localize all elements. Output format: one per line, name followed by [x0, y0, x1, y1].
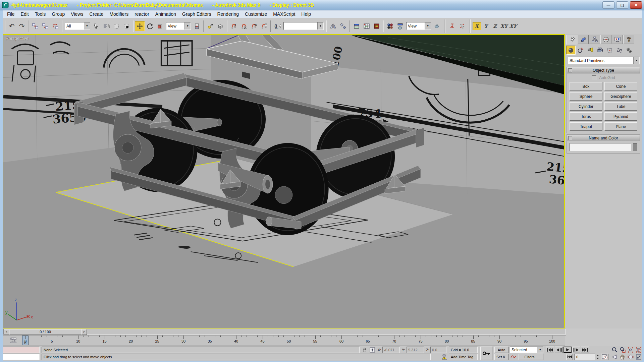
z-coord-field[interactable]: 0.0: [430, 347, 446, 353]
open-mini-curve-editor-icon[interactable]: [10, 337, 17, 344]
render-scene-dialog-button[interactable]: [395, 21, 405, 31]
viewport-scene[interactable]: 2150 3658: [3, 35, 564, 328]
zoom-extents-all-button[interactable]: [635, 347, 642, 353]
redo-button[interactable]: ↷: [17, 21, 27, 31]
chevron-down-icon[interactable]: ▼: [537, 347, 543, 353]
menu-item-animation[interactable]: Animation: [152, 11, 179, 17]
create-tube-button[interactable]: Tube: [604, 102, 637, 111]
selection-filter-dropdown[interactable]: All▼: [65, 22, 90, 30]
chevron-down-icon[interactable]: ▼: [317, 22, 323, 29]
menu-item-file[interactable]: File: [4, 11, 18, 17]
filters-button[interactable]: Filters...: [519, 354, 543, 360]
category-helpers-button[interactable]: [605, 46, 614, 55]
previous-frame-arrow[interactable]: <: [4, 329, 9, 335]
title-bar[interactable]: 4yd-Umbauwagen03.max - Project Folder: C…: [0, 0, 644, 10]
next-frame-arrow[interactable]: >: [81, 329, 87, 335]
reference-coordinate-system-dropdown[interactable]: View▼: [166, 22, 191, 30]
object-type-rollout-header[interactable]: _ Object Type: [567, 67, 640, 73]
array-flyout-button[interactable]: [457, 21, 467, 31]
go-to-end-button[interactable]: [581, 347, 589, 353]
play-button[interactable]: [564, 347, 572, 353]
time-slider-button[interactable]: 0 / 100: [9, 329, 81, 335]
maxscript-mini-listener-pink[interactable]: [3, 347, 40, 353]
tab-utilities[interactable]: [623, 35, 634, 44]
tab-hierarchy[interactable]: [589, 35, 600, 44]
add-time-tag[interactable]: Add Time Tag: [449, 354, 478, 360]
create-pyramid-button[interactable]: Pyramid: [604, 112, 637, 121]
close-button[interactable]: ✕: [630, 1, 642, 9]
spinner-snap-button[interactable]: [259, 21, 269, 31]
min-max-toggle-button[interactable]: [635, 354, 642, 360]
schematic-view-button[interactable]: [372, 21, 382, 31]
use-pivot-point-center-button[interactable]: [192, 21, 202, 31]
auto-key-button[interactable]: Auto: [494, 347, 508, 353]
field-of-view-button[interactable]: [610, 354, 618, 360]
create-box-button[interactable]: Box: [570, 82, 602, 90]
object-color-swatch[interactable]: [633, 143, 637, 151]
current-frame-field[interactable]: 0: [574, 354, 595, 360]
select-and-link-button[interactable]: [30, 21, 40, 31]
material-editor-button[interactable]: [385, 21, 395, 31]
create-teapot-button[interactable]: Teapot: [570, 122, 602, 131]
edit-named-selection-sets-button[interactable]: {}ABC: [272, 21, 282, 31]
menu-item-maxscript[interactable]: MAXScript: [270, 11, 298, 17]
previous-frame-button[interactable]: [555, 347, 563, 353]
selection-lock-icon[interactable]: [362, 347, 368, 353]
menu-item-help[interactable]: Help: [298, 11, 314, 17]
menu-item-group[interactable]: Group: [49, 11, 68, 17]
tab-display[interactable]: [612, 35, 623, 44]
key-mode-toggle-button[interactable]: [566, 354, 573, 360]
create-cylinder-button[interactable]: Cylinder: [570, 102, 602, 111]
set-key-mode-button[interactable]: Set K.: [494, 354, 508, 360]
render-type-dropdown[interactable]: View▼: [406, 22, 431, 30]
named-selection-sets-dropdown[interactable]: ▼: [283, 22, 324, 30]
axis-constraint-xy-flyout-button[interactable]: XY: [508, 22, 518, 30]
category-geometry-button[interactable]: [566, 46, 576, 55]
zoom-button[interactable]: [610, 347, 618, 353]
axis-constraint-z-button[interactable]: Z: [491, 22, 499, 30]
category-lights-button[interactable]: [586, 46, 595, 55]
maxscript-mini-listener-white[interactable]: [3, 354, 40, 360]
menu-item-views[interactable]: Views: [68, 11, 86, 17]
select-and-rotate-button[interactable]: [145, 21, 155, 31]
create-sphere-button[interactable]: Sphere: [570, 92, 602, 101]
undo-button[interactable]: ↶: [7, 21, 17, 31]
axis-constraint-x-button[interactable]: X: [473, 22, 481, 30]
select-and-move-button[interactable]: [135, 21, 145, 31]
time-slider-track[interactable]: < 0 / 100 >: [3, 329, 566, 335]
select-and-manipulate-button[interactable]: [205, 21, 215, 31]
key-filter-dropdown[interactable]: Selected ▼: [510, 347, 543, 353]
rollout-collapse-icon[interactable]: _: [568, 68, 572, 72]
viewport-label[interactable]: Perspective: [6, 36, 29, 41]
maximize-button[interactable]: ▢: [616, 1, 628, 9]
angle-snap-button[interactable]: [239, 21, 249, 31]
zoom-all-button[interactable]: [619, 347, 626, 353]
bind-to-space-warp-button[interactable]: [50, 21, 60, 31]
object-name-field[interactable]: [570, 143, 631, 151]
y-coord-field[interactable]: 5.312: [407, 347, 424, 353]
curve-editor-button[interactable]: [362, 21, 372, 31]
chevron-down-icon[interactable]: ▼: [425, 22, 431, 29]
category-cameras-button[interactable]: [595, 46, 605, 55]
autogrid-toggle-button[interactable]: [447, 21, 457, 31]
chevron-down-icon[interactable]: ▼: [84, 22, 90, 29]
minimize-button[interactable]: —: [602, 1, 614, 9]
category-systems-button[interactable]: [625, 46, 634, 55]
menu-item-customize[interactable]: Customize: [242, 11, 270, 17]
menu-item-create[interactable]: Create: [86, 11, 106, 17]
menu-item-graph-editors[interactable]: Graph Editors: [179, 11, 214, 17]
track-bar[interactable]: 0 05101520253035404550556065707580859095…: [3, 336, 565, 346]
select-by-name-button[interactable]: [101, 21, 111, 31]
select-and-scale-button[interactable]: [155, 21, 165, 31]
axis-constraint-xy-button[interactable]: XY: [500, 22, 508, 30]
menu-item-rendering[interactable]: Rendering: [214, 11, 242, 17]
name-and-color-rollout-header[interactable]: _ Name and Color: [567, 135, 640, 141]
rect-selection-region-button[interactable]: [111, 21, 121, 31]
keyboard-shortcut-override-button[interactable]: [215, 21, 225, 31]
quick-render-button[interactable]: [432, 21, 442, 31]
percent-snap-button[interactable]: %: [249, 21, 259, 31]
create-geosphere-button[interactable]: GeoSphere: [604, 92, 637, 101]
category-space-warps-button[interactable]: [615, 46, 624, 55]
menu-item-reactor[interactable]: reactor: [131, 11, 152, 17]
category-shapes-button[interactable]: [576, 46, 585, 55]
